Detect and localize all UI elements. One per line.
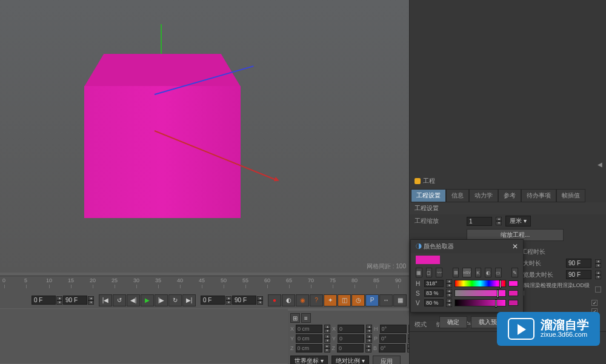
rot-h[interactable] xyxy=(380,325,407,333)
current-frame-input[interactable] xyxy=(201,296,225,305)
goto-end-button[interactable]: ▶| xyxy=(182,294,196,306)
spin-down[interactable]: ▾ xyxy=(56,300,62,305)
close-icon[interactable]: ✕ xyxy=(512,242,518,251)
tab-interpolation[interactable]: 帧插值 xyxy=(556,189,585,202)
loop-fwd-button[interactable]: ↻ xyxy=(168,294,182,306)
play-logo-icon xyxy=(508,318,534,340)
spin-up[interactable]: ▴ xyxy=(56,296,62,300)
tab-info[interactable]: 信息 xyxy=(446,189,469,202)
proj-scale-input[interactable] xyxy=(467,217,492,226)
preview-max-input[interactable] xyxy=(566,270,591,279)
preview-max-label: 预览最大时长 xyxy=(517,271,562,279)
size-x[interactable] xyxy=(338,325,364,333)
step-fwd-button[interactable]: |▶ xyxy=(155,294,168,306)
pos-z[interactable] xyxy=(296,344,322,352)
section-header: 工程设置 xyxy=(410,202,606,214)
proj-scale-label: 工程缩放 xyxy=(415,217,463,225)
collapse-arrow-icon[interactable]: ◀ xyxy=(598,161,602,168)
scale-key-button[interactable]: ◫ xyxy=(338,294,351,306)
play-button[interactable]: ▶ xyxy=(141,294,154,306)
move-key-button[interactable]: ✦ xyxy=(324,294,337,306)
apply-button[interactable]: 应用 xyxy=(373,356,401,364)
square-icon[interactable]: ◻ xyxy=(426,268,433,277)
tab-reference[interactable]: 参考 xyxy=(498,189,521,202)
mode-menu[interactable]: 模式 xyxy=(415,320,427,329)
end-frame-input[interactable] xyxy=(63,296,87,305)
total-frame-input[interactable] xyxy=(232,296,256,305)
timeline[interactable]: 0 5 10 15 20 25 30 35 40 45 50 55 60 65 … xyxy=(0,276,409,294)
gear-icon xyxy=(415,178,421,184)
mixer-icon[interactable]: ◐ xyxy=(485,268,491,277)
pos-x[interactable] xyxy=(296,325,322,333)
color-picker-title: ◑ 颜色拾取器 xyxy=(416,242,454,251)
color-swatch[interactable] xyxy=(416,256,440,264)
tab-dynamics[interactable]: 动力学 xyxy=(469,189,498,202)
rotate-key-button[interactable]: ◷ xyxy=(351,294,365,306)
bottom-left-panel xyxy=(0,309,288,363)
coord-icon[interactable]: ⊞ xyxy=(290,313,300,323)
coord-mode2[interactable]: 绝对比例 ▾ xyxy=(331,356,369,364)
eyedropper-icon[interactable]: ✎ xyxy=(511,268,518,277)
ok-button[interactable]: 确定 xyxy=(439,316,467,328)
coordinates-panel: ⊞ ≡ X▴▾ X▴▾ H▴▾ Y▴▾ Y▴▾ P▴▾ Z▴▾ Z▴▾ B▴▾ … xyxy=(288,311,409,364)
lod-editor-check[interactable] xyxy=(595,286,601,293)
cube-object[interactable] xyxy=(87,55,238,218)
kelvin-icon[interactable]: K xyxy=(475,268,482,277)
size-y[interactable] xyxy=(338,334,364,343)
viewport[interactable]: 网格间距 : 100 xyxy=(0,0,409,273)
sat-slider[interactable] xyxy=(454,290,506,297)
hsv-icon[interactable]: HSV xyxy=(462,268,471,277)
loop-back-button[interactable]: ↺ xyxy=(113,294,126,306)
tab-todo[interactable]: 待办事项 xyxy=(521,189,556,202)
sat-input[interactable] xyxy=(424,290,444,297)
val-slider[interactable] xyxy=(454,299,506,306)
playback-bar: ▴▾ ▴▾ |◀ ↺ ◀| ▶ |▶ ↻ ▶| ▴▾ ▴▾ ● ◐ ◉ ? ✦ … xyxy=(0,292,409,308)
coord-mode1[interactable]: 世界坐标 ▾ xyxy=(290,356,328,364)
swatches-icon[interactable]: ⊞ xyxy=(453,268,459,277)
size-z[interactable] xyxy=(337,344,364,352)
help-button[interactable]: ? xyxy=(310,294,323,306)
rot-b[interactable] xyxy=(379,344,405,352)
record-button[interactable]: ● xyxy=(268,294,281,306)
rot-p[interactable] xyxy=(379,334,406,343)
picture-icon[interactable]: ▭ xyxy=(495,268,502,277)
goto-start-button[interactable]: |◀ xyxy=(99,294,112,306)
pointlevel-button[interactable]: ◦◦ xyxy=(379,294,393,306)
object-name: 工程 xyxy=(423,177,435,185)
lod-editor-label: 编辑渲染检视使用渲染LOD级别 xyxy=(519,282,592,297)
tab-project-settings[interactable]: 工程设置 xyxy=(411,189,446,202)
proj-duration-label: 工程时长 xyxy=(521,248,570,256)
max-duration-input[interactable] xyxy=(566,259,591,268)
color-picker-dialog: ◑ 颜色拾取器 ✕ ▦ ◻ 〰 ⊞ HSV K ◐ ▭ ✎ H ▴▾ S ▴▾ … xyxy=(410,239,524,313)
hue-preview xyxy=(508,280,518,286)
max-duration-label: 最大时长 xyxy=(517,259,562,268)
check1[interactable] xyxy=(591,300,598,306)
val-preview xyxy=(508,300,518,306)
autokey-button[interactable]: ◐ xyxy=(282,294,295,306)
watermark: 溜溜自学 zixue.3d66.com xyxy=(497,312,600,346)
hue-input[interactable] xyxy=(424,280,444,287)
val-input[interactable] xyxy=(424,299,444,306)
step-back-button[interactable]: ◀| xyxy=(127,294,140,306)
start-frame-input[interactable] xyxy=(32,296,56,305)
hue-slider[interactable] xyxy=(454,280,506,287)
misc-button[interactable]: ▦ xyxy=(393,294,407,306)
curve-icon[interactable]: 〰 xyxy=(436,268,442,277)
coord-icon2[interactable]: ≡ xyxy=(301,313,311,323)
key-button[interactable]: ◉ xyxy=(296,294,309,306)
sat-preview xyxy=(508,290,518,296)
unit-select[interactable]: 厘米 ▾ xyxy=(505,216,531,227)
grid-icon[interactable]: ▦ xyxy=(416,268,422,277)
param-key-button[interactable]: P xyxy=(365,294,379,306)
grid-spacing-label: 网格间距 : 100 xyxy=(367,262,406,271)
pos-y[interactable] xyxy=(296,334,322,343)
